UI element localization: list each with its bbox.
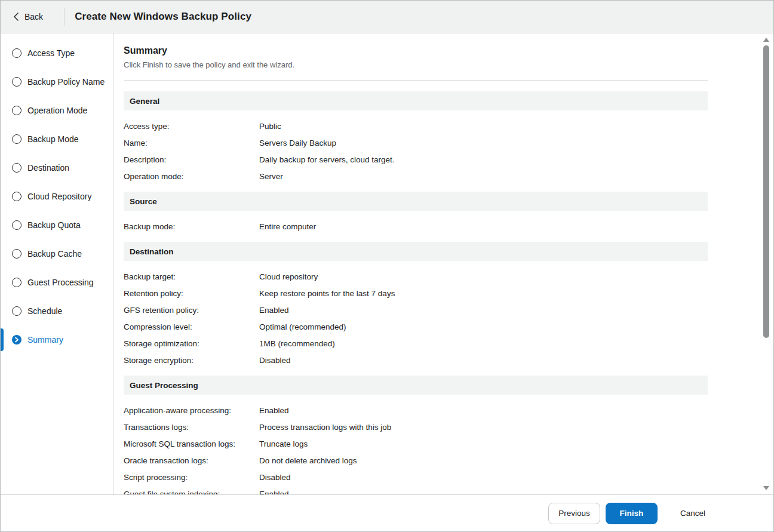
summary-section-destination: Destination Backup target: Cloud reposit… [124, 242, 708, 368]
row-label: Access type: [124, 122, 259, 131]
sidebar-step-schedule[interactable]: Schedule [1, 297, 113, 325]
row-value: Enabled [259, 490, 289, 495]
section-title: Source [124, 192, 708, 211]
summary-title: Summary [124, 45, 708, 57]
row-value: Disabled [259, 356, 291, 365]
row-label: Guest file system indexing: [124, 490, 259, 495]
step-circle-icon [12, 192, 22, 201]
step-label: Backup Cache [27, 249, 82, 259]
row-value: Optimal (recommended) [259, 322, 346, 331]
row-value: Enabled [259, 406, 289, 415]
step-circle-icon [12, 106, 22, 115]
summary-row: Microsoft SQL transaction logs: Truncate… [124, 435, 708, 452]
section-rows: Application-aware processing: Enabled Tr… [124, 395, 708, 494]
sidebar-step-cloud-repository[interactable]: Cloud Repository [1, 182, 113, 211]
page-title: Create New Windows Backup Policy [75, 11, 251, 23]
summary-row: Oracle transaction logs: Do not delete a… [124, 452, 708, 469]
summary-row: Script processing: Disabled [124, 469, 708, 485]
vertical-scrollbar[interactable] [761, 33, 771, 494]
step-label: Destination [27, 163, 69, 173]
wizard-header: Back Create New Windows Backup Policy [1, 1, 773, 33]
row-label: Storage encryption: [124, 356, 259, 365]
step-circle-icon [12, 134, 22, 144]
step-label: Summary [27, 335, 63, 345]
back-label: Back [24, 12, 43, 21]
header-divider [64, 8, 64, 26]
row-value: Cloud repository [259, 272, 318, 281]
summary-row: Retention policy: Keep restore points fo… [124, 285, 708, 302]
step-label: Cloud Repository [27, 192, 91, 201]
row-label: Microsoft SQL transaction logs: [124, 439, 259, 448]
sidebar-step-guest-processing[interactable]: Guest Processing [1, 268, 113, 297]
summary-row: Backup target: Cloud repository [124, 268, 708, 285]
summary-header: Summary Click Finish to save the policy … [124, 33, 708, 81]
summary-row: Transactions logs: Process transaction l… [124, 419, 708, 435]
row-value: Servers Daily Backup [259, 139, 336, 147]
row-value: Entire computer [259, 222, 316, 231]
summary-row: Application-aware processing: Enabled [124, 402, 708, 419]
sidebar-step-destination[interactable]: Destination [1, 153, 113, 182]
summary-sections: General Access type: Public Name: Server… [124, 91, 708, 494]
sidebar-step-backup-quota[interactable]: Backup Quota [1, 211, 113, 239]
row-value: Server [259, 172, 283, 181]
row-value: Daily backup for servers, cloud target. [259, 155, 395, 164]
summary-row: Backup mode: Entire computer [124, 218, 708, 235]
row-value: Do not delete archived logs [259, 456, 357, 465]
row-label: Description: [124, 155, 259, 164]
sidebar-step-summary[interactable]: Summary [1, 325, 113, 354]
summary-row: Storage optimization: 1MB (recommended) [124, 335, 708, 352]
back-button[interactable]: Back [13, 12, 43, 21]
triangle-down-icon[interactable] [763, 486, 769, 490]
section-rows: Access type: Public Name: Servers Daily … [124, 110, 708, 184]
row-label: Operation mode: [124, 172, 259, 181]
row-label: Oracle transaction logs: [124, 456, 259, 465]
finish-button[interactable]: Finish [606, 503, 658, 524]
row-label: Transactions logs: [124, 423, 259, 432]
wizard-steps-sidebar: Access Type Backup Policy Name Operation… [1, 33, 114, 494]
scroll-gutter [717, 33, 773, 494]
row-label: Compression level: [124, 322, 259, 331]
step-circle-icon [12, 163, 22, 173]
row-label: Name: [124, 139, 259, 147]
row-label: Backup target: [124, 272, 259, 281]
summary-row: Name: Servers Daily Backup [124, 134, 708, 151]
row-label: Backup mode: [124, 222, 259, 231]
sidebar-step-backup-cache[interactable]: Backup Cache [1, 239, 113, 268]
row-label: Application-aware processing: [124, 406, 259, 415]
scrollbar-thumb[interactable] [763, 45, 769, 338]
wizard-body: Access Type Backup Policy Name Operation… [1, 33, 773, 494]
sidebar-step-backup-policy-name[interactable]: Backup Policy Name [1, 67, 113, 96]
summary-section-source: Source Backup mode: Entire computer [124, 192, 708, 235]
summary-row: Operation mode: Server [124, 168, 708, 184]
step-label: Backup Quota [27, 220, 81, 230]
summary-row: Compression level: Optimal (recommended) [124, 318, 708, 335]
row-value: Enabled [259, 306, 289, 315]
sidebar-step-access-type[interactable]: Access Type [1, 39, 113, 67]
step-circle-icon [12, 249, 22, 259]
previous-button[interactable]: Previous [548, 503, 600, 524]
wizard-window: Back Create New Windows Backup Policy Ac… [0, 0, 774, 532]
section-title: General [124, 91, 708, 110]
section-title: Guest Processing [124, 376, 708, 395]
content-wrap: Summary Click Finish to save the policy … [114, 33, 773, 494]
section-rows: Backup target: Cloud repository Retentio… [124, 261, 708, 368]
summary-section-guest-processing: Guest Processing Application-aware proce… [124, 376, 708, 494]
summary-subtitle: Click Finish to save the policy and exit… [124, 60, 708, 69]
summary-row: GFS retention policy: Enabled [124, 302, 708, 318]
row-value: Public [259, 122, 281, 131]
step-label: Operation Mode [27, 106, 87, 115]
row-value: Truncate logs [259, 439, 308, 448]
cancel-button[interactable]: Cancel [675, 503, 710, 524]
step-label: Schedule [27, 306, 62, 316]
triangle-up-icon[interactable] [763, 38, 769, 42]
row-value: Disabled [259, 473, 291, 482]
row-value: 1MB (recommended) [259, 339, 335, 348]
chevron-left-icon [13, 12, 19, 21]
row-value: Process transaction logs with this job [259, 423, 391, 432]
sidebar-step-operation-mode[interactable]: Operation Mode [1, 96, 113, 125]
sidebar-step-backup-mode[interactable]: Backup Mode [1, 125, 113, 153]
summary-panel: Summary Click Finish to save the policy … [114, 33, 718, 494]
row-label: Storage optimization: [124, 339, 259, 348]
active-step-indicator [1, 328, 4, 351]
step-circle-icon [12, 220, 22, 230]
